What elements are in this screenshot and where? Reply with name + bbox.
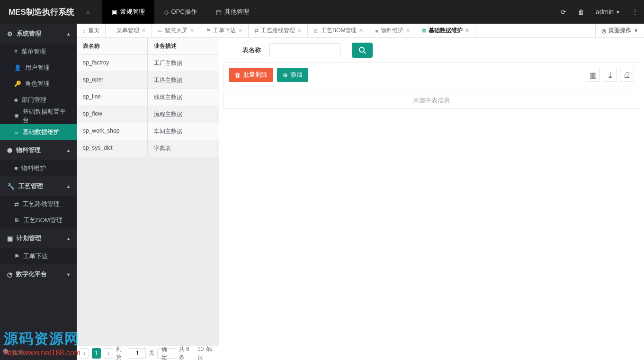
table-row[interactable]: sp_oper工序主数据: [77, 72, 219, 89]
search-button[interactable]: [352, 43, 373, 58]
menu-label: OPC操作: [171, 8, 197, 16]
search-input[interactable]: [269, 43, 340, 57]
top-menu-opc[interactable]: ◇OPC操作: [154, 0, 206, 24]
add-button[interactable]: ⊕添加: [277, 68, 308, 82]
columns-icon: ▥: [590, 71, 597, 80]
tab-label: 菜单管理: [116, 27, 139, 35]
wrench-icon: 🔧: [7, 183, 15, 190]
tab-label: 物料维护: [381, 27, 403, 35]
close-icon[interactable]: ✕: [238, 27, 242, 34]
goto-label: 到第: [116, 345, 126, 360]
sidebar-search-input[interactable]: [12, 349, 83, 356]
sidebar-item-bom[interactable]: 🗎工艺BOM管理: [0, 212, 77, 228]
refresh-button[interactable]: ⟳: [555, 0, 572, 24]
total-label: 共 6 条: [179, 345, 195, 360]
columns-button[interactable]: ▥: [586, 68, 600, 82]
cell-desc: 车间主数据: [148, 123, 219, 140]
tab-route[interactable]: ⇄工艺路线管理✕: [249, 24, 308, 37]
sidebar-item-label: 菜单管理: [21, 47, 46, 56]
calendar-icon: ▦: [7, 235, 13, 242]
cell-desc: 流程主数据: [148, 106, 219, 123]
pager: ‹ 1 › 到第 页 确定 共 6 条 10 条/页: [77, 346, 219, 360]
tab-home[interactable]: ⌂首页: [77, 24, 106, 37]
sidebar-item-role[interactable]: 🔑角色管理: [0, 76, 77, 92]
batch-delete-button[interactable]: 🗑批量删除: [229, 68, 273, 82]
chevron-down-icon: ▼: [616, 9, 620, 15]
btn-label: 批量删除: [243, 71, 268, 79]
export-icon: ⤓: [607, 71, 613, 80]
chevron-up-icon: ▴: [67, 148, 70, 153]
page-ops-button[interactable]: ◎页面操作▼: [596, 24, 644, 37]
table-row[interactable]: sp_factroy工厂主数据: [77, 55, 219, 72]
close-icon[interactable]: ✕: [406, 27, 410, 34]
current-page[interactable]: 1: [92, 348, 101, 359]
sidebar-group-material[interactable]: ⬢物料管理▴: [0, 140, 77, 160]
goto-input[interactable]: [129, 348, 146, 359]
close-icon[interactable]: ✕: [190, 27, 194, 34]
sidebar-group-plan[interactable]: ▦计划管理▴: [0, 228, 77, 248]
svg-point-0: [359, 47, 364, 52]
sidebar-item-dept[interactable]: ♣部门管理: [0, 92, 77, 108]
top-menu-general[interactable]: ▣常规管理: [102, 0, 154, 24]
print-button[interactable]: 🖨: [620, 68, 634, 82]
sidebar-item-user[interactable]: 👤用户管理: [0, 60, 77, 76]
search-icon: 🔍: [3, 349, 10, 356]
top-menu-other[interactable]: ▤其他管理: [206, 0, 259, 24]
sidebar-group-digital[interactable]: ◔数字化平台▾: [0, 264, 77, 284]
close-icon[interactable]: ✕: [297, 27, 302, 34]
tab-data-maintain[interactable]: ≣基础数据维护✕: [416, 24, 475, 37]
next-page[interactable]: ›: [104, 348, 113, 359]
btn-label: 添加: [290, 71, 303, 79]
page-ops-label: 页面操作: [608, 27, 631, 35]
sidebar-item-workorder[interactable]: ⚑工单下达: [0, 248, 77, 264]
cell-name: sp_oper: [77, 72, 148, 89]
sidebar-item-data-maintain[interactable]: ≣基础数据维护: [0, 124, 77, 140]
tab-label: 工艺路线管理: [261, 27, 295, 35]
sidebar-item-label: 基础数据维护: [23, 128, 60, 136]
close-icon[interactable]: ✕: [359, 27, 363, 34]
db-icon: ≣: [422, 27, 426, 34]
cell-name: sp_flow: [77, 106, 148, 123]
trash-icon: 🗑: [578, 8, 584, 16]
target-icon: ◎: [601, 27, 606, 34]
col-name: 表名称: [77, 38, 148, 55]
sidebar-toggle[interactable]: ≡: [77, 0, 102, 24]
tab-workorder[interactable]: ⚑工单下达✕: [200, 24, 249, 37]
chevron-down-icon: ▼: [634, 28, 638, 33]
sidebar: ⚙系统管理▴ ≡菜单管理 👤用户管理 🔑角色管理 ♣部门管理 ✺基础数据配置平台…: [0, 24, 77, 360]
toolbar: 🗑批量删除 ⊕添加 ▥ ⤓ 🖨: [224, 63, 639, 87]
sidebar-item-menu[interactable]: ≡菜单管理: [0, 44, 77, 60]
prev-page[interactable]: ‹: [80, 348, 89, 359]
export-button[interactable]: ⤓: [603, 68, 617, 82]
table-row[interactable]: sp_flow流程主数据: [77, 106, 219, 123]
sidebar-group-system[interactable]: ⚙系统管理▴: [0, 24, 77, 44]
table-row[interactable]: sp_sys_dict字典表: [77, 140, 219, 157]
list-icon: ≡: [14, 48, 18, 55]
sidebar-search[interactable]: 🔍: [0, 344, 77, 360]
cell-desc: 线体主数据: [148, 89, 219, 106]
delete-button[interactable]: 🗑: [572, 0, 590, 24]
sidebar-item-label: 工艺BOM管理: [24, 216, 63, 225]
search-label: 表名称: [242, 46, 261, 54]
indent-icon: ≡: [86, 9, 90, 16]
tab-bom[interactable]: 🗎工艺BOM管理✕: [308, 24, 369, 37]
table-row[interactable]: sp_work_shop车间主数据: [77, 123, 219, 140]
user-menu[interactable]: admin▼: [590, 0, 626, 24]
sidebar-item-data-config[interactable]: ✺基础数据配置平台: [0, 108, 77, 124]
sidebar-item-route[interactable]: ⇄工艺路线管理: [0, 196, 77, 212]
page-icon: ▣: [112, 9, 117, 16]
tab-label: 智慧大屏: [165, 27, 188, 35]
content: 表名称 🗑批量删除 ⊕添加 ▥ ⤓ 🖨 未选中表信息: [219, 38, 644, 360]
tab-bigscreen[interactable]: ▭智慧大屏✕: [152, 24, 200, 37]
size-label: 10 条/页: [197, 345, 216, 360]
more-button[interactable]: ⋮: [626, 0, 644, 24]
sidebar-group-process[interactable]: 🔧工艺管理▴: [0, 176, 77, 196]
sidebar-item-material[interactable]: ■物料维护: [0, 160, 77, 176]
close-icon[interactable]: ✕: [142, 27, 146, 34]
tab-material[interactable]: ■物料维护✕: [369, 24, 416, 37]
close-icon[interactable]: ✕: [465, 27, 469, 34]
table-row[interactable]: sp_line线体主数据: [77, 89, 219, 106]
goto-button[interactable]: 确定: [157, 348, 176, 359]
tab-menu[interactable]: ≡菜单管理✕: [106, 24, 152, 37]
cell-desc: 工序主数据: [148, 72, 219, 89]
